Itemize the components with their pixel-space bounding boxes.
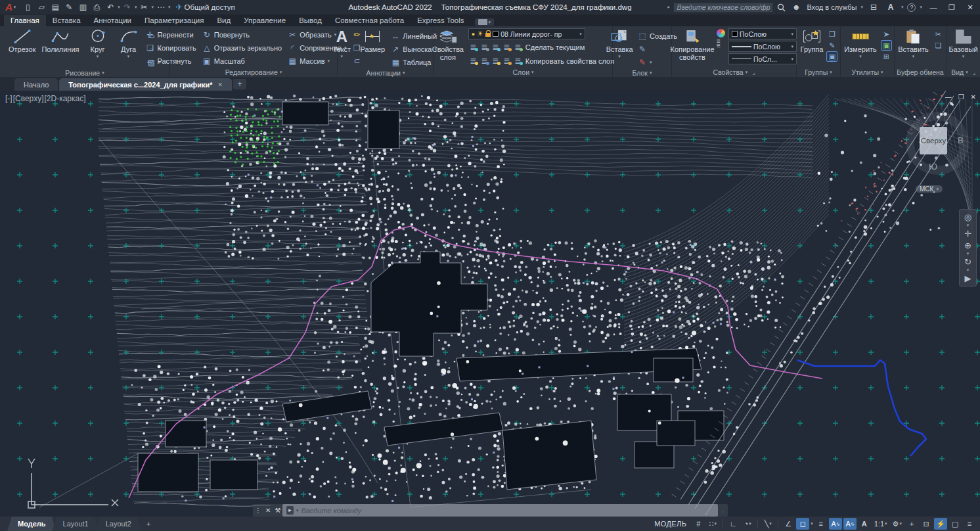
annotation-scale-icon[interactable]: A — [858, 518, 871, 530]
snap-toggle[interactable]: ∷▾ — [706, 518, 719, 530]
panel-annotation-label[interactable]: Аннотации▾ — [338, 68, 434, 77]
panel-utilities-label[interactable]: Утилиты▾ — [841, 67, 894, 77]
command-prompt-icon[interactable]: ▸ — [286, 506, 294, 515]
layer-properties-button[interactable]: Свойства слоя — [431, 28, 465, 61]
group-button[interactable]: Группа — [799, 28, 825, 53]
ribbon-display-toggle[interactable]: ▾ — [475, 18, 495, 26]
close-tab-icon[interactable]: ✕ — [218, 81, 223, 88]
app-menu-button[interactable]: A — [5, 1, 12, 14]
tab-insert[interactable]: Вставка — [46, 15, 87, 26]
annotation-autoscale-toggle[interactable]: Aϟ — [843, 518, 857, 530]
redo-caret-icon[interactable]: ▾ — [135, 5, 137, 10]
linetype-select[interactable]: ПоСл...▾ — [728, 53, 797, 64]
redo-icon[interactable]: ↷ — [121, 3, 134, 12]
command-history-icon[interactable]: ▴ — [718, 507, 728, 514]
insert-block-button[interactable]: Вставка ▾ — [606, 28, 633, 59]
plot-icon[interactable]: ⎙ — [90, 3, 103, 12]
base-view-button[interactable]: Базовый ▾ — [948, 28, 978, 59]
command-close-icon[interactable]: ✕ — [263, 507, 273, 514]
pan-icon[interactable]: ✛ — [964, 229, 971, 239]
arc-caret-icon[interactable]: ▾ — [127, 54, 130, 59]
drawing-viewport[interactable]: [-] [Сверху] [2D-каркас] — ❐ ✕ Сверху В … — [0, 91, 980, 517]
paste-button[interactable]: Вставить ▾ — [897, 28, 930, 59]
customization-menu[interactable]: ≡ — [963, 518, 976, 530]
search-input[interactable] — [673, 3, 773, 12]
ungroup-icon[interactable]: ❒ — [826, 29, 837, 39]
tab-express-tools[interactable]: Express Tools — [411, 15, 470, 26]
tab-home[interactable]: Главная — [4, 15, 46, 26]
layer-off-icon[interactable]: ≣ — [468, 43, 478, 52]
cut-icon[interactable]: ✂ — [933, 29, 944, 39]
panel-draw-label[interactable]: Рисование▾ — [0, 68, 169, 77]
line-button[interactable]: Отрезок — [7, 28, 37, 53]
open-file-icon[interactable]: ▱ — [35, 3, 48, 12]
annotation-monitor-toggle[interactable]: + — [905, 518, 918, 530]
tab-parametric[interactable]: Параметризация — [138, 15, 210, 26]
annotation-scale-value[interactable]: 1:1▾ — [872, 518, 889, 530]
keytip-icon[interactable]: ▾ — [666, 6, 671, 9]
autodesk-caret-icon[interactable]: ▾ — [901, 5, 904, 10]
move-button[interactable]: ✛Перенести — [145, 28, 198, 41]
qat-more-icon[interactable]: ⋯ — [154, 3, 167, 12]
command-line[interactable]: ⋮ ✕ ⚒ ▸ ▾ Введите команду ▴ — [253, 504, 728, 517]
tab-manage[interactable]: Управление — [237, 15, 292, 26]
color-select[interactable]: ПоСлою▾ — [728, 28, 797, 39]
rotate-button[interactable]: ↻Повернуть — [201, 28, 283, 41]
command-tools-icon[interactable]: ⚒ — [273, 507, 282, 514]
close-button[interactable]: ✕ — [963, 3, 977, 12]
make-current-icon[interactable]: ≣ — [513, 43, 523, 52]
view-launcher-icon[interactable]: ⌟ — [973, 69, 975, 76]
view-cube-east-label[interactable]: В — [958, 135, 964, 145]
show-motion-icon[interactable]: ▶ — [965, 273, 971, 283]
orbit-icon[interactable]: ↻ — [964, 257, 971, 267]
osnap-tracking-toggle[interactable]: ∠ — [782, 518, 795, 530]
qat-more-caret-icon[interactable]: ▾ — [168, 5, 171, 10]
ortho-toggle[interactable]: ∟ — [726, 518, 740, 530]
polar-tracking-toggle[interactable]: ◔▾ — [741, 518, 754, 530]
match-properties-button[interactable]: Копирование свойств — [671, 28, 713, 61]
view-cube[interactable]: Сверху В Ю МСК▾ — [901, 91, 980, 209]
panel-clipboard-label[interactable]: Буфер обмена — [895, 67, 946, 77]
help-icon[interactable]: ? — [907, 3, 916, 12]
snip-caret-icon[interactable]: ▾ — [151, 5, 154, 10]
panel-properties-label[interactable]: Свойства▾⌟ — [672, 67, 796, 77]
restore-button[interactable]: ❐ — [945, 3, 959, 12]
layer-select[interactable]: ● ☀ 08 Линии дорог- пр ▾ — [468, 28, 585, 39]
layer-prev-icon[interactable]: ≣ — [502, 57, 512, 66]
arc-button[interactable]: Дуга ▾ — [115, 28, 143, 59]
tab-output[interactable]: Вывод — [292, 15, 328, 26]
measure-button[interactable]: Измерить ▾ — [843, 28, 878, 59]
signin-caret-icon[interactable]: ▾ — [860, 5, 863, 10]
lineweight-select[interactable]: ПоСлою▾ — [728, 41, 797, 52]
user-icon[interactable]: ☻ — [790, 3, 803, 12]
osnap-caret-icon[interactable]: ▾ — [811, 521, 813, 526]
object-snap-toggle[interactable]: ◻ — [796, 518, 809, 530]
copy-clip-icon[interactable]: ❏ — [933, 40, 944, 51]
ucs-menu[interactable]: МСК▾ — [916, 185, 943, 193]
new-layout-button[interactable]: + — [140, 517, 157, 531]
view-cube-south-label[interactable]: Ю — [929, 162, 937, 172]
workspace-switch[interactable]: ⚙▾ — [891, 518, 904, 530]
viewport-visual-style-control[interactable]: [2D-каркас] — [44, 94, 85, 103]
circle-caret-icon[interactable]: ▾ — [97, 54, 99, 59]
layer-freeze-icon[interactable]: ≣ — [491, 43, 501, 52]
autodesk-app-icon[interactable]: A — [884, 3, 897, 12]
grid-toggle[interactable]: # — [692, 518, 705, 530]
group-edit-icon[interactable]: ✎ — [826, 40, 837, 51]
dimension-button[interactable]: Размер — [359, 28, 386, 53]
new-file-icon[interactable]: ▯ — [21, 3, 34, 12]
panel-block-label[interactable]: Блок▾ — [613, 68, 671, 77]
command-input[interactable]: ▸ ▾ Введите команду — [282, 504, 718, 517]
stretch-button[interactable]: ▱Растянуть — [145, 55, 198, 67]
search-icon[interactable] — [777, 3, 786, 12]
viewport-menu-control[interactable]: [-] — [5, 94, 12, 103]
text-button[interactable]: A Текст ▾ — [328, 28, 355, 59]
annotation-visibility-toggle[interactable]: Aϟ — [829, 518, 842, 530]
snip-tool-icon[interactable]: ✂ — [137, 3, 150, 12]
zoom-extents-icon[interactable]: ⊕ — [964, 241, 971, 250]
layer-on-all-icon[interactable]: ≣ — [468, 57, 478, 66]
group-selection-toggle-icon[interactable]: ▣ — [826, 51, 837, 62]
topographic-drawing[interactable] — [0, 91, 980, 517]
command-grip-icon[interactable]: ⋮ — [253, 507, 263, 514]
calculator-icon[interactable]: ⊞ — [881, 51, 892, 62]
